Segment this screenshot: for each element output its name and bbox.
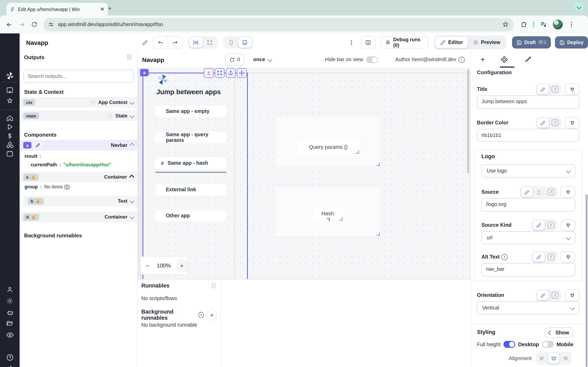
new-tab-button[interactable]: +	[108, 5, 112, 12]
nav-link[interactable]: Other app	[155, 210, 226, 221]
align-left-icon[interactable]	[536, 353, 548, 364]
source-kind-select[interactable]: url	[481, 231, 575, 244]
border-color-input[interactable]	[477, 129, 579, 142]
docs-button[interactable]	[361, 36, 376, 49]
rail-folders-icon[interactable]	[0, 320, 20, 327]
rail-users-icon[interactable]	[0, 286, 20, 293]
run-mode-select[interactable]: once	[253, 57, 272, 62]
rail-variables-icon[interactable]	[0, 133, 20, 140]
component-row-container-e[interactable]: e☝ Container	[20, 172, 137, 182]
javascript-mode-icon[interactable]: f	[549, 290, 561, 300]
static-mode-pencil-icon[interactable]	[537, 84, 549, 94]
connect-plug-button[interactable]	[565, 83, 579, 95]
resize-handle[interactable]	[339, 217, 343, 221]
group-row[interactable]: group: No items ([])	[25, 184, 70, 189]
preview-tab[interactable]: Preview	[468, 37, 505, 48]
chevron-down-icon[interactable]	[130, 199, 134, 203]
chevron-up-icon[interactable]	[129, 174, 134, 179]
edit-pencil-icon[interactable]	[34, 142, 42, 149]
connect-plug-button[interactable]	[561, 251, 575, 263]
container-component-query[interactable]: Query params {}	[276, 117, 380, 167]
insert-component-tab[interactable]: +	[481, 55, 485, 64]
forward-icon[interactable]	[18, 21, 25, 28]
profile-avatar[interactable]	[553, 20, 563, 29]
rename-pencil-icon[interactable]	[142, 39, 148, 45]
config-scrollbar[interactable]	[586, 194, 588, 367]
styling-tab[interactable]	[524, 56, 531, 63]
zoom-in-button[interactable]: +	[177, 259, 187, 272]
app-canvas[interactable]: a Jump between apps Same app - empty Sam…	[138, 68, 470, 279]
output-row-state[interactable]: state State	[20, 110, 137, 121]
static-mode-pencil-icon[interactable]	[521, 187, 533, 197]
connect-plug-button[interactable]	[565, 290, 579, 301]
info-icon[interactable]: i	[458, 57, 465, 63]
rail-help-icon[interactable]	[0, 354, 20, 361]
align-right-icon[interactable]	[559, 353, 571, 364]
deploy-button[interactable]: Deploy	[555, 36, 588, 49]
javascript-mode-icon[interactable]: f	[545, 187, 557, 197]
rail-apps-icon[interactable]	[0, 86, 20, 94]
chevron-up-icon[interactable]	[130, 143, 134, 148]
chevron-down-icon[interactable]	[130, 114, 134, 118]
rail-settings-icon[interactable]	[0, 297, 20, 305]
rail-schedules-icon[interactable]	[0, 150, 20, 157]
add-background-runnable-button[interactable]: +	[207, 309, 217, 320]
rail-home-icon[interactable]	[0, 115, 20, 122]
static-mode-pencil-icon[interactable]	[533, 252, 545, 262]
text-component-hash[interactable]: Hash:"f	[313, 209, 343, 221]
connect-plug-button[interactable]	[561, 219, 575, 231]
rail-favorites-icon[interactable]	[0, 98, 20, 105]
nav-link[interactable]: Same app - query params	[155, 132, 226, 143]
windmill-logo-icon[interactable]	[0, 71, 20, 80]
back-icon[interactable]	[6, 21, 13, 28]
resize-handle[interactable]	[376, 163, 380, 166]
draft-button[interactable]: Draft ⌘S	[512, 36, 551, 49]
component-settings-tab[interactable]	[501, 56, 508, 63]
javascript-mode-icon[interactable]: f	[549, 84, 561, 94]
browser-menu-icon[interactable]: ⋮	[568, 21, 575, 28]
javascript-mode-icon[interactable]: f	[545, 220, 557, 230]
tab-search-button[interactable]	[574, 2, 584, 11]
orientation-select[interactable]: Vertical	[477, 301, 579, 314]
component-row-navbar[interactable]: a Navbar	[20, 140, 137, 150]
info-icon[interactable]: i	[198, 312, 204, 318]
align-center-icon[interactable]	[548, 353, 559, 364]
show-styling-button[interactable]: Show	[545, 327, 573, 338]
site-settings-icon[interactable]	[48, 22, 54, 27]
javascript-mode-icon[interactable]: f	[545, 252, 557, 262]
static-mode-pencil-icon[interactable]	[533, 220, 545, 230]
nav-link[interactable]: External link	[155, 184, 226, 195]
static-mode-pencil-icon[interactable]	[537, 290, 549, 300]
current-path-row[interactable]: currentPath: "u/henri/navapp#foo"	[28, 161, 111, 168]
extensions-icon[interactable]	[520, 21, 527, 28]
rail-audit-icon[interactable]	[0, 331, 20, 339]
panel-doc-icon[interactable]	[211, 283, 217, 289]
selected-component-badge[interactable]: a	[140, 69, 149, 76]
anchor-component-button[interactable]	[226, 68, 236, 78]
resize-handle[interactable]	[356, 150, 359, 154]
component-row-text-b[interactable]: b☝ Text	[24, 196, 137, 206]
alt-text-input[interactable]: nav_bar	[481, 263, 575, 276]
redo-button[interactable]	[168, 36, 182, 49]
fullscreen-component-button[interactable]	[215, 68, 225, 78]
search-outputs-input[interactable]	[23, 70, 134, 83]
text-component-query-params[interactable]: Query params {}	[297, 140, 360, 155]
debug-runs-button[interactable]: Debug runs (0)	[380, 36, 428, 49]
mobile-view-button[interactable]	[224, 37, 238, 48]
bookmark-star-icon[interactable]	[502, 21, 509, 28]
upload-mode-icon[interactable]	[533, 187, 545, 197]
rail-runs-icon[interactable]	[0, 123, 20, 131]
result-row[interactable]: result:	[25, 154, 41, 159]
media-controls-icon[interactable]	[540, 21, 547, 28]
javascript-mode-icon[interactable]: f	[549, 118, 561, 128]
canvas-scrollbar[interactable]	[467, 69, 469, 173]
full-height-desktop-toggle[interactable]	[503, 341, 515, 348]
title-input[interactable]: Jump between apps	[477, 95, 579, 109]
rail-resources-icon[interactable]	[0, 141, 20, 149]
rail-workers-icon[interactable]	[0, 309, 20, 317]
tab-close-icon[interactable]: ✕	[100, 6, 104, 12]
info-icon[interactable]: i	[502, 254, 508, 260]
browser-tab[interactable]: Edit App u/henri/navapp | Win ✕	[7, 3, 108, 16]
rail-expand-icon[interactable]	[0, 364, 20, 367]
nav-link[interactable]: Same app - empty	[155, 106, 226, 117]
